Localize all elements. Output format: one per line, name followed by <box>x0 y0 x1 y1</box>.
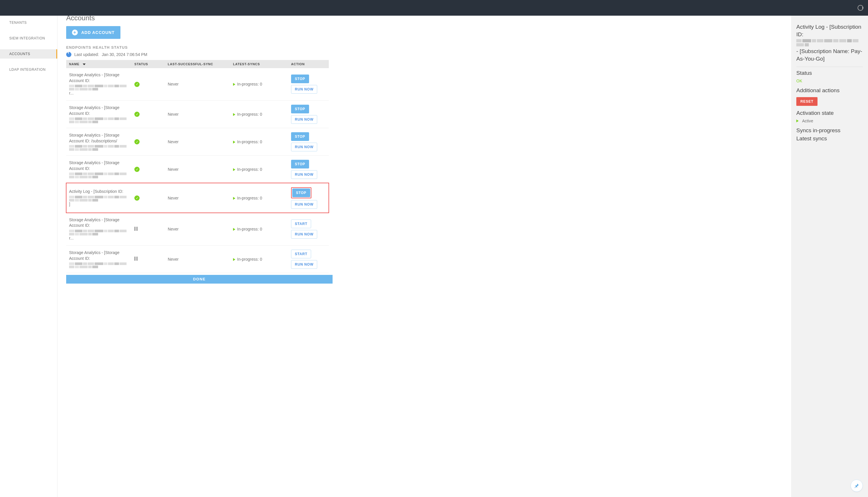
play-icon <box>233 258 235 261</box>
stop-button[interactable]: STOP <box>291 132 309 141</box>
info-title-suffix: - [Subscription Name: Pay-As-You-Go] <box>796 48 862 62</box>
latest-syncs-cell: In-progress: 0 <box>230 68 288 100</box>
start-button[interactable]: START <box>291 219 311 228</box>
action-cell: STARTRUN NOW <box>288 213 329 245</box>
play-icon <box>233 197 235 200</box>
logout-icon[interactable] <box>857 5 863 11</box>
col-last-sync[interactable]: LAST-SUCCESSFUL-SYNC <box>165 60 230 68</box>
status-cell: ✓ <box>132 68 165 100</box>
table-row[interactable]: Storage Analytics - [Storage Account ID:… <box>66 213 329 245</box>
last-updated-value: Jan 30, 2024 7:06:54 PM <box>102 52 147 57</box>
plus-icon: + <box>72 30 78 36</box>
run-now-button[interactable]: RUN NOW <box>291 115 317 124</box>
done-button[interactable]: DONE <box>66 275 333 284</box>
last-sync-cell: Never <box>165 245 230 273</box>
activation-text: Active <box>802 118 813 123</box>
run-now-button[interactable]: RUN NOW <box>291 143 317 151</box>
status-cell: ✓ <box>132 100 165 128</box>
table-row[interactable]: Storage Analytics - [Storage Account ID:… <box>66 155 329 183</box>
table-row[interactable]: Storage Analytics - [Storage Account ID:… <box>66 100 329 128</box>
run-now-button[interactable]: RUN NOW <box>291 260 317 269</box>
stop-button[interactable]: STOP <box>291 160 309 169</box>
redacted-text <box>69 117 128 123</box>
latest-syncs-cell: In-progress: 0 <box>230 128 288 155</box>
run-now-button[interactable]: RUN NOW <box>291 170 317 179</box>
reset-button[interactable]: RESET <box>796 97 817 106</box>
play-icon <box>233 83 235 86</box>
status-cell: ✓ <box>132 155 165 183</box>
status-cell <box>132 245 165 273</box>
stop-button[interactable]: STOP <box>291 74 309 83</box>
page-title: Accounts <box>66 16 785 22</box>
activation-state-label: Activation state <box>796 110 863 116</box>
latest-syncs-cell: In-progress: 0 <box>230 183 288 213</box>
sidebar-item-ldap[interactable]: LDAP INTEGRATION <box>0 65 57 74</box>
name-cell: Storage Analytics - [Storage Account ID: <box>66 245 132 273</box>
col-name-label: NAME <box>69 62 80 66</box>
redacted-text <box>69 262 128 268</box>
sidebar: TENANTS SIEM INTEGRATION ACCOUNTS LDAP I… <box>0 16 57 497</box>
play-icon <box>796 119 799 122</box>
last-sync-cell: Never <box>165 68 230 100</box>
status-cell: ✓ <box>132 128 165 155</box>
sidebar-item-tenants[interactable]: TENANTS <box>0 18 57 27</box>
syncs-in-progress-label: Syncs in-progress <box>796 127 863 134</box>
table-row[interactable]: Storage Analytics - [Storage Account ID:… <box>66 128 329 155</box>
pin-button[interactable] <box>851 480 863 492</box>
col-latest[interactable]: LATEST-SYNCS <box>230 60 288 68</box>
redacted-id <box>796 39 863 46</box>
col-name[interactable]: NAME <box>66 60 132 68</box>
sidebar-item-accounts[interactable]: ACCOUNTS <box>0 49 57 59</box>
col-status[interactable]: STATUS <box>132 60 165 68</box>
status-cell <box>132 213 165 245</box>
add-account-button[interactable]: + ADD ACCOUNT <box>66 26 121 39</box>
last-sync-cell: Never <box>165 155 230 183</box>
name-cell: Activity Log - [Subscription ID:] <box>66 183 132 213</box>
last-updated-prefix: Last updated: <box>74 52 99 57</box>
redacted-text <box>69 145 128 151</box>
check-icon: ✓ <box>134 167 140 172</box>
name-cell: Storage Analytics - [Storage Account ID:… <box>66 128 132 155</box>
info-panel: Activity Log - [Subscription ID: - [Subs… <box>791 16 868 497</box>
action-cell: STOPRUN NOW <box>288 155 329 183</box>
pause-icon <box>134 257 138 261</box>
topbar <box>0 0 868 16</box>
table-row[interactable]: Storage Analytics - [Storage Account ID:… <box>66 68 329 100</box>
redacted-text <box>69 85 128 90</box>
add-account-label: ADD ACCOUNT <box>81 30 115 35</box>
latest-syncs-label: Latest syncs <box>796 136 863 142</box>
activation-value: Active <box>796 118 863 123</box>
check-icon: ✓ <box>134 139 140 144</box>
last-sync-cell: Never <box>165 100 230 128</box>
latest-syncs-cell: In-progress: 0 <box>230 100 288 128</box>
run-now-button[interactable]: RUN NOW <box>291 230 317 239</box>
last-sync-cell: Never <box>165 213 230 245</box>
last-sync-cell: Never <box>165 183 230 213</box>
info-title: Activity Log - [Subscription ID: - [Subs… <box>796 23 863 62</box>
table-row[interactable]: Storage Analytics - [Storage Account ID:… <box>66 245 329 273</box>
stop-button[interactable]: STOP <box>291 105 309 113</box>
main-content: Accounts + ADD ACCOUNT ENDPOINTS HEALTH … <box>57 16 791 497</box>
endpoints-health-label: ENDPOINTS HEALTH STATUS <box>66 45 785 49</box>
action-cell: STOPRUN NOW <box>288 183 329 213</box>
name-cell: Storage Analytics - [Storage Account ID:… <box>66 213 132 245</box>
status-value: OK <box>796 79 863 83</box>
info-title-prefix: Activity Log - [Subscription ID: <box>796 24 861 38</box>
name-cell: Storage Analytics - [Storage Account ID: <box>66 100 132 128</box>
table-row[interactable]: Activity Log - [Subscription ID:]✓NeverI… <box>66 183 329 213</box>
run-now-button[interactable]: RUN NOW <box>291 85 317 94</box>
start-button[interactable]: START <box>291 250 311 258</box>
stop-button[interactable]: STOP <box>292 188 310 197</box>
sidebar-item-siem[interactable]: SIEM INTEGRATION <box>0 34 57 43</box>
action-cell: STOPRUN NOW <box>288 128 329 155</box>
play-icon <box>233 168 235 171</box>
redacted-text <box>69 230 128 236</box>
run-now-button[interactable]: RUN NOW <box>291 200 317 209</box>
redacted-text <box>69 172 128 178</box>
status-cell: ✓ <box>132 183 165 213</box>
check-icon: ✓ <box>134 196 140 201</box>
redacted-text <box>69 196 128 201</box>
action-cell: STOPRUN NOW <box>288 68 329 100</box>
additional-actions-label: Additional actions <box>796 87 863 94</box>
latest-syncs-cell: In-progress: 0 <box>230 245 288 273</box>
